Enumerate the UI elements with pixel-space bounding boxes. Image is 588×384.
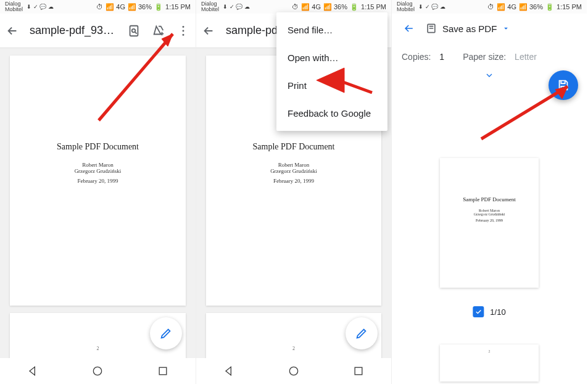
page-select-indicator[interactable]: 1/10 [473, 306, 505, 317]
alarm-icon: ⏱ [96, 3, 103, 10]
save-pdf-fab[interactable] [549, 70, 578, 100]
svg-rect-6 [159, 367, 167, 375]
edit-fab[interactable] [346, 317, 378, 349]
document-preview[interactable]: Sample PDF Document Robert Maron Grzegor… [0, 48, 196, 358]
svg-point-3 [183, 30, 184, 31]
svg-point-2 [183, 26, 184, 28]
dropdown-arrow-icon [502, 24, 510, 33]
nav-home[interactable] [288, 365, 300, 377]
paper-size-value: Letter [515, 52, 537, 62]
chevron-down-icon [484, 70, 494, 80]
page-indicator-label: 1/10 [490, 307, 505, 317]
copies-value: 1 [439, 52, 444, 62]
edit-fab[interactable] [150, 317, 182, 349]
signal-icon: 📶 [106, 3, 114, 11]
page-selected-checkbox[interactable] [473, 306, 484, 317]
nav-home[interactable] [91, 365, 104, 377]
svg-point-9 [289, 367, 297, 375]
print-preview-page-2: 2 [440, 344, 539, 382]
back-button[interactable] [402, 21, 416, 36]
menu-send-file[interactable]: Send file… [276, 16, 387, 44]
network-label: 4G [116, 3, 125, 10]
svg-point-4 [183, 33, 184, 35]
doc-author-2: Grzegorz Grudziński [10, 168, 186, 174]
nav-recent[interactable] [352, 365, 365, 377]
print-header: Save as PDF [392, 14, 587, 40]
copies-label: Copies: [402, 52, 431, 62]
check-icon [474, 308, 482, 315]
copies-field[interactable]: Copies: 1 [402, 52, 444, 62]
menu-open-with[interactable]: Open with… [276, 44, 387, 72]
menu-print[interactable]: Print [276, 72, 387, 99]
back-button[interactable] [201, 23, 216, 38]
paper-size-field[interactable]: Paper size: Letter [463, 52, 537, 62]
svg-rect-10 [355, 367, 362, 375]
nav-back[interactable] [27, 365, 39, 377]
print-preview-stage[interactable]: Sample PDF Document Robert Maron Grzegor… [392, 85, 587, 384]
nav-recent[interactable] [157, 365, 169, 377]
print-destination-dropdown[interactable]: Save as PDF [425, 22, 510, 35]
print-destination-label: Save as PDF [442, 23, 497, 34]
svg-rect-0 [130, 25, 138, 36]
doc-date: February 20, 1999 [10, 178, 186, 184]
toolbar: sample-pdf_935… [0, 14, 196, 48]
battery-label: 36% [138, 3, 152, 10]
find-in-page-icon[interactable] [126, 23, 141, 38]
screen-overflow-menu: DialogMobitel ⬇ ✓ 💬 ☁ ⏱📶 4G📶 36%🔋 1:15 P… [196, 0, 391, 384]
pdf-icon [425, 22, 437, 35]
screen-print-dialog: DialogMobitel ⬇ ✓ 💬 ☁ ⏱📶 4G📶 36%🔋 1:15 P… [391, 0, 587, 384]
nav-back[interactable] [223, 365, 235, 377]
status-bar: DialogMobitel ⬇ ✓ 💬 ☁ ⏱📶 4G📶 36%🔋 1:15 P… [196, 0, 391, 14]
svg-point-5 [94, 367, 102, 375]
overflow-menu: Send file… Open with… Print Feedback to … [276, 12, 387, 131]
print-options-row: Copies: 1 Paper size: Letter [392, 40, 587, 67]
carrier-label: Dialog Mobitel [5, 1, 23, 12]
screen-pdf-viewer: Dialog Mobitel ⬇ ✓ 💬 ☁ ⏱ 📶 4G 📶 36% 🔋 1:… [0, 0, 196, 384]
android-navbar [0, 358, 196, 384]
more-menu-button[interactable] [176, 23, 191, 38]
page-1: Sample PDF Document Robert Maron Grzegor… [10, 56, 186, 306]
status-bar: Dialog Mobitel ⬇ ✓ 💬 ☁ ⏱ 📶 4G 📶 36% 🔋 1:… [0, 0, 196, 14]
save-icon [557, 78, 570, 92]
back-button[interactable] [5, 23, 20, 38]
file-title: sample-pdf_935… [30, 24, 117, 37]
paper-size-label: Paper size: [463, 52, 506, 62]
menu-feedback[interactable]: Feedback to Google [276, 99, 387, 127]
status-bar: DialogMobitel ⬇ ✓ 💬 ☁ ⏱📶 4G📶 36%🔋 1:15 P… [392, 0, 587, 14]
svg-point-1 [132, 28, 136, 32]
doc-title: Sample PDF Document [10, 142, 186, 152]
clock-label: 1:15 PM [165, 3, 191, 10]
doc-author-1: Robert Maron [10, 162, 186, 168]
android-navbar [196, 358, 391, 384]
print-preview-page-1: Sample PDF Document Robert Maron Grzegor… [440, 158, 539, 288]
add-to-drive-icon[interactable] [151, 23, 166, 38]
